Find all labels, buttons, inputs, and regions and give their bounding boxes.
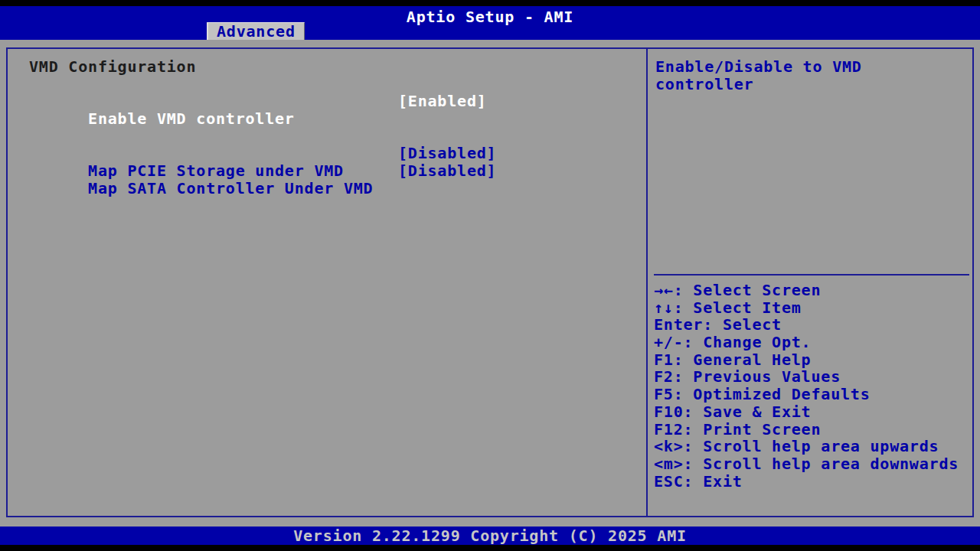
legend-f5-optimized-defaults: F5: Optimized Defaults <box>654 386 972 403</box>
tab-advanced[interactable]: Advanced <box>207 22 305 40</box>
legend-f10-save-exit: F10: Save & Exit <box>654 403 972 421</box>
option-value[interactable]: [Disabled] <box>398 162 496 180</box>
help-pane: Enable/Disable to VMD controller →←: Sel… <box>648 49 972 516</box>
blank-line <box>8 128 646 145</box>
option-map-sata-controller[interactable]: Map SATA Controller Under VMD [Disabled] <box>8 162 646 180</box>
main-panel: VMD Configuration Enable VMD controller … <box>6 47 974 517</box>
options-pane: VMD Configuration Enable VMD controller … <box>8 49 648 516</box>
help-text-line1: Enable/Disable to VMD <box>655 58 968 76</box>
option-label: Enable VMD controller <box>88 109 295 128</box>
option-label: Map SATA Controller Under VMD <box>88 179 373 197</box>
legend-enter-select: Enter: Select <box>654 316 972 334</box>
legend-f1-general-help: F1: General Help <box>654 351 972 369</box>
version-text: Version 2.22.1299 Copyright (C) 2025 AMI <box>293 527 687 545</box>
help-text-area: Enable/Disable to VMD controller <box>648 49 972 274</box>
legend-m-scroll-down: <m>: Scroll help area downwards <box>654 455 972 473</box>
legend-k-scroll-up: <k>: Scroll help area upwards <box>654 438 972 455</box>
legend-esc-exit: ESC: Exit <box>654 473 972 491</box>
legend-f2-previous-values: F2: Previous Values <box>654 368 972 386</box>
legend-select-screen: →←: Select Screen <box>654 282 972 299</box>
legend-select-item: ↑↓: Select Item <box>654 299 972 317</box>
key-legend: →←: Select Screen ↑↓: Select Item Enter:… <box>648 276 972 490</box>
app-title: Aptio Setup - AMI <box>407 8 573 26</box>
legend-change-opt: +/-: Change Opt. <box>654 334 972 351</box>
option-map-pcie-storage[interactable]: Map PCIE Storage under VMD [Disabled] <box>8 145 646 162</box>
top-black-strip <box>0 0 980 6</box>
bottom-black-strip <box>0 545 980 551</box>
option-value[interactable]: [Enabled] <box>398 93 487 110</box>
legend-f12-print-screen: F12: Print Screen <box>654 421 972 439</box>
section-title: VMD Configuration <box>8 58 646 76</box>
help-text-line2: controller <box>655 76 968 93</box>
option-enable-vmd-controller[interactable]: Enable VMD controller [Enabled] <box>8 93 646 110</box>
option-value[interactable]: [Disabled] <box>398 145 496 162</box>
header-bar: Aptio Setup - AMI <box>0 6 980 40</box>
footer-bar: Version 2.22.1299 Copyright (C) 2025 AMI <box>0 527 980 545</box>
blank-line <box>8 76 646 93</box>
